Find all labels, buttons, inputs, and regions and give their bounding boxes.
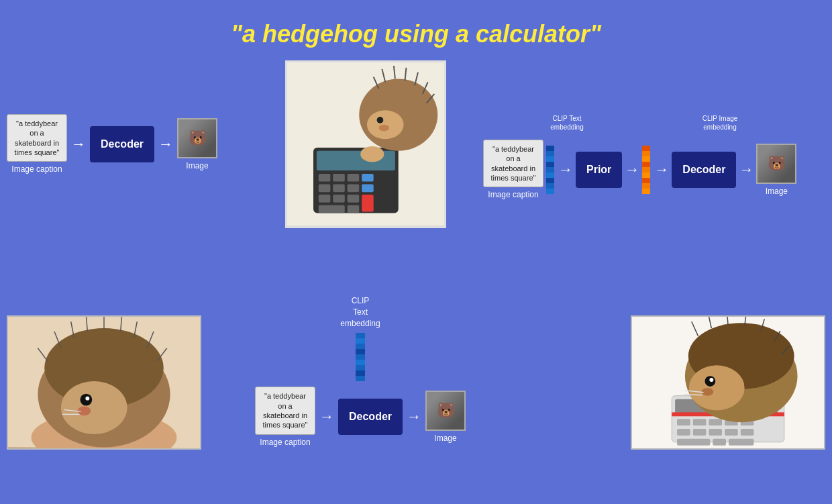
svg-rect-64 — [729, 439, 753, 446]
right-image-label: Image — [766, 187, 788, 196]
top-caption-box: "a teddybear on a skateboard in times sq… — [7, 114, 67, 162]
svg-rect-14 — [362, 195, 374, 211]
right-prior-box: Prior — [576, 152, 622, 188]
svg-rect-13 — [348, 195, 360, 203]
svg-rect-6 — [362, 174, 374, 182]
svg-rect-3 — [319, 174, 331, 182]
top-decoder-group: Decoder — [90, 126, 154, 162]
top-image-label: Image — [186, 161, 208, 170]
bottom-pipeline-row: "a teddybear on a skateboard in times sq… — [255, 387, 466, 446]
bottom-image-label: Image — [434, 434, 456, 443]
svg-point-25 — [367, 110, 404, 139]
svg-point-44 — [85, 397, 89, 401]
svg-rect-15 — [319, 205, 345, 213]
right-decoder-box: Decoder — [672, 152, 736, 188]
bottom-center-pipeline: CLIPTextembedding "a teddybear on a skat… — [255, 295, 466, 447]
svg-rect-11 — [319, 195, 331, 203]
svg-rect-9 — [348, 184, 360, 192]
svg-rect-7 — [319, 184, 331, 192]
top-decoder-box: Decoder — [90, 126, 154, 162]
svg-point-76 — [709, 378, 713, 382]
svg-line-69 — [727, 316, 728, 324]
right-caption-group: "a teddybear on a skateboard in times sq… — [483, 140, 543, 199]
svg-point-28 — [360, 146, 384, 162]
svg-rect-60 — [725, 429, 738, 436]
bottom-image-group: 🐻 Image — [425, 391, 466, 443]
right-clip-text-label: CLIP Text embedding — [543, 114, 590, 132]
bottom-image-thumb: 🐻 — [425, 391, 466, 431]
svg-rect-12 — [333, 195, 345, 203]
svg-point-27 — [379, 125, 390, 132]
svg-point-74 — [689, 365, 745, 410]
right-clip-text-bar — [546, 146, 554, 194]
svg-point-42 — [61, 381, 127, 434]
svg-rect-62 — [677, 439, 710, 446]
svg-rect-57 — [677, 429, 690, 436]
right-caption-label: Image caption — [488, 190, 538, 199]
bottom-caption-label: Image caption — [260, 438, 310, 447]
svg-rect-61 — [741, 429, 754, 436]
right-arrow-3: → — [654, 162, 669, 177]
right-image-group: 🐻 Image — [756, 144, 796, 196]
right-arrow-4: → — [739, 162, 753, 177]
top-arrow-1: → — [71, 137, 86, 152]
svg-rect-16 — [348, 205, 360, 213]
svg-rect-53 — [693, 419, 707, 425]
svg-rect-8 — [333, 184, 345, 192]
bottom-left-hedgehog-image — [7, 315, 201, 450]
right-arrow-2: → — [625, 162, 639, 177]
top-caption-label: Image caption — [11, 164, 62, 174]
top-caption-group: "a teddybear on a skateboard in times sq… — [7, 114, 67, 174]
svg-rect-59 — [709, 429, 722, 436]
top-arrow-2: → — [158, 137, 173, 152]
bottom-decoder-group: Decoder — [338, 399, 403, 435]
right-pipeline: CLIP Text embedding CLIP Image embedding… — [483, 114, 796, 199]
bottom-arrow-2: → — [407, 409, 421, 424]
svg-rect-52 — [677, 419, 690, 425]
svg-point-77 — [702, 388, 714, 396]
svg-point-26 — [377, 117, 384, 123]
top-image-group: 🐻 Image — [177, 118, 217, 170]
right-image-thumb: 🐻 — [756, 144, 796, 184]
svg-rect-10 — [362, 184, 374, 192]
right-clip-image-bar — [642, 146, 650, 194]
svg-rect-5 — [348, 174, 360, 182]
svg-rect-4 — [333, 174, 345, 182]
clip-text-bar-bottom — [356, 333, 365, 381]
center-hedgehog-calculator-image — [285, 60, 446, 228]
bottom-caption-box: "a teddybear on a skateboard in times sq… — [255, 387, 315, 434]
svg-rect-63 — [713, 439, 726, 446]
bottom-arrow-1: → — [319, 409, 334, 424]
right-pipeline-row: "a teddybear on a skateboard in times sq… — [483, 140, 796, 199]
right-clip-image-label: CLIP Image embedding — [696, 114, 743, 132]
slide-title: "a hedgehog using a calculator" — [0, 0, 832, 48]
bottom-right-hedgehog-calculator-image — [631, 315, 825, 450]
bottom-center-clip-label: CLIPTextembedding — [340, 295, 380, 329]
bottom-decoder-box: Decoder — [338, 399, 403, 435]
svg-rect-58 — [693, 429, 707, 436]
bottom-caption-group: "a teddybear on a skateboard in times sq… — [255, 387, 315, 446]
svg-rect-54 — [709, 419, 722, 425]
right-arrow-1: → — [558, 162, 573, 177]
right-caption-box: "a teddybear on a skateboard in times sq… — [483, 140, 543, 187]
top-image-thumb: 🐻 — [177, 118, 217, 158]
svg-line-79 — [684, 395, 703, 395]
top-decoder-pipeline: "a teddybear on a skateboard in times sq… — [7, 114, 217, 174]
